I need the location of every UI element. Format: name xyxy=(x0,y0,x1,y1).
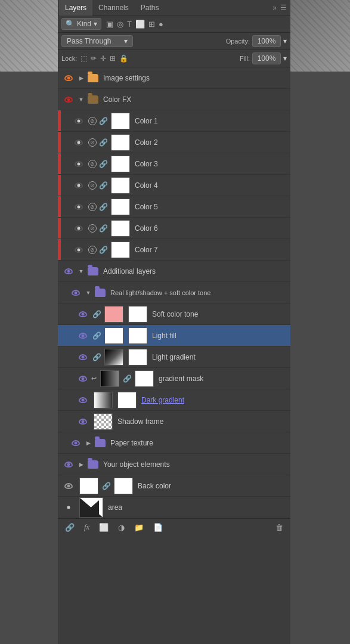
visibility-toggle[interactable] xyxy=(70,110,87,132)
list-item[interactable]: ▼ Color FX xyxy=(58,89,290,110)
panel-menu-expand-icon[interactable]: » xyxy=(272,4,277,12)
visibility-toggle[interactable] xyxy=(60,454,77,475)
expand-arrow[interactable]: ▼ xyxy=(77,267,85,275)
visibility-toggle[interactable] xyxy=(75,325,91,346)
visibility-toggle[interactable] xyxy=(75,411,91,432)
list-item[interactable]: ▼ Real light/shadow + soft color tone xyxy=(58,282,290,304)
layer-name: Additional layers xyxy=(103,267,156,275)
tab-paths[interactable]: Paths xyxy=(135,0,165,16)
type-layer-icon[interactable]: T xyxy=(127,20,132,29)
visibility-toggle[interactable] xyxy=(70,218,87,239)
visibility-toggle[interactable] xyxy=(70,175,87,196)
visibility-toggle[interactable] xyxy=(70,239,87,261)
layer-comp-icon[interactable]: ● xyxy=(159,20,163,29)
pixel-layer-icon[interactable]: ▣ xyxy=(106,20,113,29)
visibility-toggle[interactable] xyxy=(75,346,91,368)
fx-icon: ⊘ xyxy=(88,203,97,211)
list-item[interactable]: ▼ Additional layers xyxy=(58,261,290,282)
visibility-toggle[interactable] xyxy=(70,196,87,218)
smart-object-icon[interactable]: ⊞ xyxy=(148,20,155,29)
tab-layers[interactable]: Layers xyxy=(59,0,92,16)
visibility-toggle[interactable] xyxy=(70,132,87,153)
link-icon: 🔗 xyxy=(102,482,110,490)
link-layers-button[interactable]: 🔗 xyxy=(63,522,77,533)
fx-icon: ⊘ xyxy=(88,138,97,147)
visibility-toggle[interactable] xyxy=(67,432,84,454)
opacity-dropdown-arrow[interactable]: ▾ xyxy=(283,37,287,45)
layer-thumbnail xyxy=(111,113,130,129)
visibility-toggle[interactable] xyxy=(75,304,91,325)
tab-channels[interactable]: Channels xyxy=(92,0,135,16)
lock-artboard-icon[interactable]: ⊞ xyxy=(110,54,116,63)
list-item[interactable]: area xyxy=(58,497,290,518)
list-item[interactable]: 🔗 Soft color tone xyxy=(58,304,290,325)
list-item[interactable]: ⊘ 🔗 Color 6 xyxy=(58,218,290,239)
expand-arrow[interactable]: ▼ xyxy=(77,95,85,104)
new-group-button[interactable]: 📁 xyxy=(132,522,146,533)
visibility-toggle[interactable] xyxy=(75,389,91,411)
layer-mask-thumbnail xyxy=(128,349,147,366)
shape-layer-icon[interactable]: ⬜ xyxy=(135,20,145,29)
expand-arrow[interactable]: ▶ xyxy=(77,74,85,82)
lock-pixels-icon[interactable]: ✏ xyxy=(91,54,97,63)
panel-menu-icon[interactable]: ☰ xyxy=(280,4,287,12)
list-item[interactable]: 🔗 Back color xyxy=(58,475,290,497)
fill-dropdown-arrow[interactable]: ▾ xyxy=(283,54,287,63)
adjustment-layer-icon[interactable]: ◎ xyxy=(117,20,123,29)
add-mask-button[interactable]: ⬜ xyxy=(97,522,111,533)
link-icon: 🔗 xyxy=(99,246,107,254)
list-item[interactable]: ▶ Paper texture xyxy=(58,432,290,454)
blend-mode-dropdown[interactable]: Pass Through ▾ xyxy=(61,35,133,47)
expand-arrow[interactable]: ▶ xyxy=(84,439,92,447)
list-item[interactable]: Dark gradient xyxy=(58,389,290,411)
list-item[interactable]: ▶ Image settings xyxy=(58,67,290,89)
opacity-input[interactable]: 100% xyxy=(252,35,281,47)
list-item[interactable]: ⊘ 🔗 Color 4 xyxy=(58,175,290,196)
expand-arrow[interactable]: ▼ xyxy=(84,289,92,297)
list-item[interactable]: 🔗 Light gradient xyxy=(58,346,290,368)
lock-all-icon[interactable]: 🔒 xyxy=(119,54,128,63)
blend-mode-value: Pass Through xyxy=(67,37,111,45)
lock-position-icon[interactable]: ✛ xyxy=(100,54,106,63)
link-icon: 🔗 xyxy=(99,138,107,147)
layer-mask-thumbnail xyxy=(128,327,147,344)
visibility-toggle[interactable] xyxy=(60,497,77,518)
visibility-toggle[interactable] xyxy=(75,368,91,389)
layer-fx-button[interactable]: fx xyxy=(82,521,92,533)
layer-name: Real light/shadow + soft color tone xyxy=(110,289,210,296)
link-icon: 🔗 xyxy=(99,117,107,125)
folder-icon xyxy=(88,460,98,469)
visibility-toggle[interactable] xyxy=(60,475,77,497)
kind-dropdown[interactable]: 🔍 Kind ▾ xyxy=(61,18,101,30)
list-item[interactable]: Shadow frame xyxy=(58,411,290,432)
visibility-toggle[interactable] xyxy=(60,67,77,89)
list-item[interactable]: ⊘ 🔗 Color 2 xyxy=(58,132,290,153)
list-item[interactable]: ⊘ 🔗 Color 3 xyxy=(58,153,290,175)
visibility-toggle[interactable] xyxy=(60,89,77,110)
visibility-toggle[interactable] xyxy=(67,282,84,304)
fill-input[interactable]: 100% xyxy=(252,52,281,64)
layer-name: Color FX xyxy=(103,95,131,104)
blend-dropdown-arrow: ▾ xyxy=(124,37,128,45)
visibility-toggle[interactable] xyxy=(60,261,77,282)
delete-layer-button[interactable]: 🗑 xyxy=(273,522,286,533)
layer-name: Soft color tone xyxy=(152,310,198,318)
list-item[interactable]: ⊘ 🔗 Color 7 xyxy=(58,239,290,261)
layer-name: Color 6 xyxy=(135,224,158,233)
visibility-toggle[interactable] xyxy=(70,153,87,175)
list-item[interactable]: ⊘ 🔗 Color 1 xyxy=(58,110,290,132)
layer-thumbnail xyxy=(104,349,123,366)
list-item[interactable]: ⊘ 🔗 Color 5 xyxy=(58,196,290,218)
layer-name: Color 7 xyxy=(135,246,158,254)
lock-label: Lock: xyxy=(61,55,77,62)
adjustment-layer-button[interactable]: ◑ xyxy=(116,522,127,533)
new-layer-button[interactable]: 📄 xyxy=(151,522,165,533)
link-icon: 🔗 xyxy=(99,203,107,211)
chevron-down-icon: ▾ xyxy=(94,20,97,28)
list-item[interactable]: ▶ Your object elements xyxy=(58,454,290,475)
lock-transparent-icon[interactable]: ⬚ xyxy=(80,54,87,63)
list-item[interactable]: ↩ 🔗 gradient mask xyxy=(58,368,290,389)
list-item[interactable]: 🔗 Light fill xyxy=(58,325,290,346)
expand-arrow[interactable]: ▶ xyxy=(77,460,85,469)
layer-name: area xyxy=(108,503,122,512)
